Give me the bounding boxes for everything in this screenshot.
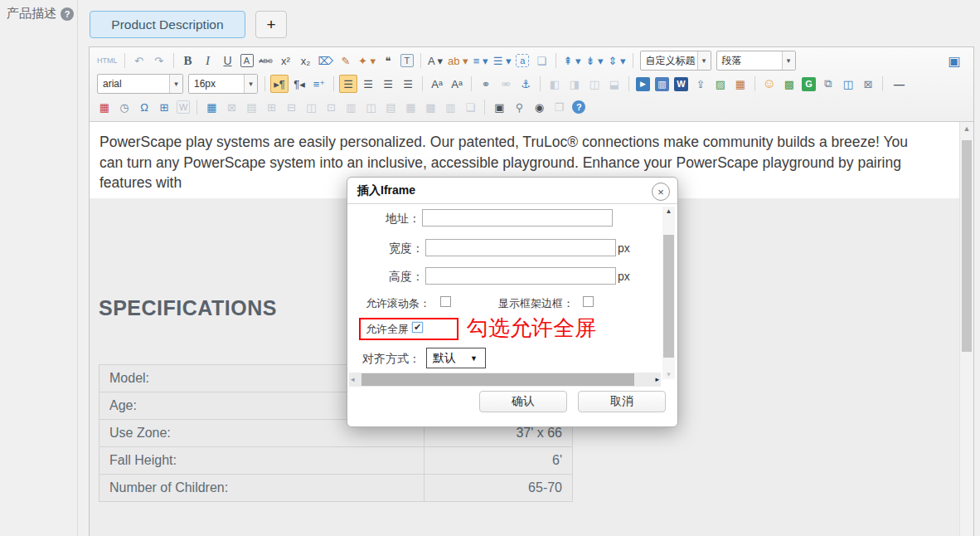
- insert-media-icon[interactable]: ▥: [655, 77, 669, 91]
- table-fill-icon[interactable]: ▩: [421, 98, 439, 116]
- word-import-icon[interactable]: W: [674, 77, 688, 91]
- tab-product-description[interactable]: Product Description: [90, 11, 245, 38]
- border-text-button[interactable]: A: [240, 54, 254, 67]
- attachment-icon[interactable]: ⇪: [691, 75, 710, 93]
- editor-scrollbar[interactable]: ▲: [959, 122, 973, 536]
- insert-date-icon[interactable]: ▦: [95, 98, 114, 116]
- dialog-horizontal-scrollbar[interactable]: ◂ ▸: [349, 373, 661, 387]
- merge-right-icon[interactable]: ▤: [381, 98, 400, 116]
- split-cells-icon[interactable]: ◫: [361, 98, 380, 116]
- image-left-icon[interactable]: ◧: [546, 75, 564, 93]
- margin-bottom-icon[interactable]: ⇟ ▾: [584, 51, 604, 70]
- insert-row-above-icon[interactable]: ⊞: [262, 98, 280, 116]
- insert-col-icon[interactable]: ◫: [302, 98, 320, 116]
- scroll-down-icon[interactable]: ▼: [662, 371, 675, 378]
- width-input[interactable]: [425, 239, 616, 256]
- horizontal-rule-icon[interactable]: —: [888, 75, 910, 93]
- col-distribute-icon[interactable]: ▥: [441, 98, 459, 116]
- html-source-button[interactable]: HTML: [95, 51, 119, 70]
- image-center-icon[interactable]: ◫: [585, 75, 604, 93]
- add-tab-button[interactable]: +: [255, 11, 287, 38]
- print-icon[interactable]: ▣: [490, 98, 508, 116]
- superscript-button[interactable]: x²: [277, 51, 295, 70]
- fullscreen-icon[interactable]: ▣: [945, 51, 963, 70]
- editor-scrollbar-thumb[interactable]: [962, 140, 972, 352]
- paragraph-format-select[interactable]: 段落▾: [716, 51, 796, 71]
- subscript-button[interactable]: x₂: [297, 51, 315, 70]
- rtl-paragraph-button[interactable]: ¶◂: [290, 75, 308, 93]
- insert-video-icon[interactable]: ▶: [636, 77, 650, 91]
- help-icon[interactable]: ?: [572, 100, 585, 114]
- redo-icon[interactable]: ↷: [150, 51, 168, 70]
- align-left-button[interactable]: ☰: [339, 75, 357, 93]
- anchor-icon[interactable]: ⚓: [517, 75, 535, 93]
- insert-code-icon[interactable]: ⊞: [155, 98, 173, 116]
- google-map-icon[interactable]: G: [802, 77, 816, 91]
- font-family-select[interactable]: arial▾: [97, 74, 183, 94]
- delete-table-icon[interactable]: ⊠: [222, 98, 240, 116]
- indent-button[interactable]: ≡⁺: [310, 75, 328, 93]
- find-replace-icon[interactable]: ◉: [530, 98, 548, 116]
- cell-copy-icon[interactable]: ❏: [461, 98, 479, 116]
- close-icon[interactable]: ×: [652, 183, 670, 201]
- underline-button[interactable]: U: [219, 51, 237, 70]
- blockquote-icon[interactable]: ❝: [379, 51, 397, 70]
- delete-row-icon[interactable]: ⊡: [322, 98, 340, 116]
- help-question-icon[interactable]: ?: [61, 7, 74, 21]
- align-select[interactable]: 默认 ▼: [426, 348, 486, 368]
- pagebreak-icon[interactable]: ⧉: [819, 75, 837, 93]
- dialog-vscroll-thumb[interactable]: [663, 235, 674, 358]
- insert-time-icon[interactable]: ◷: [115, 98, 133, 116]
- align-right-button[interactable]: ☰: [379, 75, 397, 93]
- cancel-button[interactable]: 取消: [578, 391, 666, 412]
- autotypeset-icon[interactable]: ✦ ▾: [357, 51, 377, 70]
- custom-title-select[interactable]: 自定义标题▾: [640, 51, 711, 71]
- insert-row-below-icon[interactable]: ⊟: [282, 98, 300, 116]
- image-upload-icon[interactable]: ▨: [711, 75, 730, 93]
- margin-top-icon[interactable]: ⇞ ▾: [561, 51, 582, 70]
- highlight-color-button[interactable]: ab ▾: [446, 51, 470, 70]
- preview-icon[interactable]: ⚲: [510, 98, 528, 116]
- show-border-checkbox[interactable]: [583, 296, 594, 307]
- image-block-icon[interactable]: ⬓: [605, 75, 623, 93]
- scroll-up-icon[interactable]: ▲: [960, 124, 973, 133]
- insert-image-icon[interactable]: ▦: [731, 75, 750, 93]
- undo-icon[interactable]: ↶: [130, 51, 148, 70]
- paste-icon[interactable]: ❐: [550, 98, 568, 116]
- ltr-paragraph-button[interactable]: ▸¶: [270, 75, 289, 93]
- height-input[interactable]: [425, 267, 616, 285]
- dialog-vertical-scrollbar[interactable]: ▲ ▼: [662, 207, 675, 379]
- font-size-select[interactable]: 16px▾: [188, 74, 258, 94]
- map-icon[interactable]: ▩: [780, 75, 798, 93]
- ordered-list-button[interactable]: ≡ ▾: [472, 51, 490, 70]
- emoticon-icon[interactable]: ☺: [760, 75, 779, 93]
- scroll-left-icon[interactable]: ◂: [351, 375, 355, 383]
- blank-page-icon[interactable]: ❏: [532, 51, 551, 70]
- strikethrough-button[interactable]: ABC: [257, 51, 275, 70]
- eraser-icon[interactable]: ⌦: [317, 51, 335, 70]
- word-paste-icon[interactable]: W: [177, 100, 190, 114]
- font-color-button[interactable]: A ▾: [426, 51, 444, 70]
- table-header-icon[interactable]: ▤: [242, 98, 260, 116]
- insert-iframe-icon[interactable]: ◫: [839, 75, 857, 93]
- merge-down-icon[interactable]: ▦: [401, 98, 420, 116]
- anchor-text-button[interactable]: a: [516, 54, 529, 67]
- confirm-button[interactable]: 确认: [479, 391, 567, 412]
- line-height-icon[interactable]: ⇕ ▾: [606, 51, 627, 70]
- format-painter-icon[interactable]: ✎: [337, 51, 355, 70]
- unlink-icon[interactable]: ⚮: [497, 75, 515, 93]
- merge-cells-icon[interactable]: ▥: [342, 98, 360, 116]
- url-input[interactable]: [422, 209, 613, 227]
- scroll-right-icon[interactable]: ▸: [655, 375, 659, 383]
- insert-table-icon[interactable]: ▦: [202, 98, 221, 116]
- allow-scrollbar-checkbox[interactable]: [440, 296, 451, 307]
- image-inline-icon[interactable]: ◨: [565, 75, 584, 93]
- to-lowercase-button[interactable]: Aᵃ: [448, 75, 466, 93]
- paste-as-text-icon[interactable]: T: [400, 54, 414, 67]
- align-justify-button[interactable]: ☰: [399, 75, 417, 93]
- bold-button[interactable]: B: [179, 51, 197, 70]
- dialog-hscroll-thumb[interactable]: [361, 373, 634, 386]
- unordered-list-button[interactable]: ☰ ▾: [492, 51, 513, 70]
- italic-button[interactable]: I: [199, 51, 217, 70]
- align-center-button[interactable]: ☰: [359, 75, 377, 93]
